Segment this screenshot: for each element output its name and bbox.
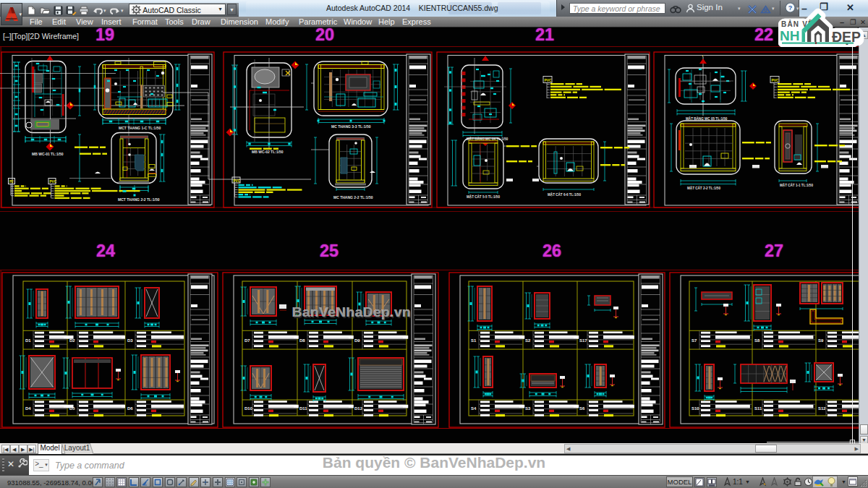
svg-text:D4: D4 <box>25 406 31 410</box>
svg-text:MẶT CẮT 1-1 TL:1/50: MẶT CẮT 1-1 TL:1/50 <box>780 182 813 187</box>
svg-text:S10: S10 <box>692 406 699 410</box>
svg-text:S11: S11 <box>754 406 762 410</box>
svg-text:S17: S17 <box>579 338 587 342</box>
svg-text:NH: NH <box>780 28 799 43</box>
svg-text:MB WC-02 TL:1/50: MB WC-02 TL:1/50 <box>252 149 284 153</box>
svg-text:S6: S6 <box>579 406 585 410</box>
svg-text:MCT THANG 1-C TL:1/50: MCT THANG 1-C TL:1/50 <box>119 126 161 130</box>
svg-text:MẶT CẮT 2-2 TL:1/50: MẶT CẮT 2-2 TL:1/50 <box>687 185 720 190</box>
svg-text:MC THANG 2-2 TL:1/50: MC THANG 2-2 TL:1/50 <box>333 195 373 200</box>
svg-text:D12: D12 <box>354 406 363 410</box>
svg-text:MC THANG 3-3 TL:1/50: MC THANG 3-3 TL:1/50 <box>331 124 371 129</box>
svg-text:D8: D8 <box>299 338 305 342</box>
svg-text:PVC: PVC <box>772 78 779 82</box>
svg-text:S2: S2 <box>525 338 531 342</box>
svg-text:S9: S9 <box>818 338 824 342</box>
svg-text:D9: D9 <box>354 338 360 342</box>
svg-text:MẶT CẮT 6-6 TL:1/50: MẶT CẮT 6-6 TL:1/50 <box>548 191 581 196</box>
svg-text:P2: P2 <box>9 180 14 184</box>
svg-text:D6: D6 <box>127 406 133 410</box>
svg-text:MẶT CẮT 5-5 TL:1/50: MẶT CẮT 5-5 TL:1/50 <box>467 194 500 199</box>
svg-text:MCT THANG 2-2 TL:1/50: MCT THANG 2-2 TL:1/50 <box>118 197 160 202</box>
svg-text:MẶT BẰNG WC 05 TL:1/50: MẶT BẰNG WC 05 TL:1/50 <box>686 115 728 120</box>
svg-text:S3: S3 <box>525 406 531 410</box>
svg-text:S8: S8 <box>754 338 760 342</box>
svg-text:D11: D11 <box>299 406 307 410</box>
svg-text:D7: D7 <box>244 338 250 342</box>
svg-text:S12: S12 <box>818 406 826 410</box>
svg-text:S7: S7 <box>692 338 697 342</box>
svg-text:D1: D1 <box>25 338 31 342</box>
svg-text:D5: D5 <box>69 406 75 410</box>
svg-text:D3: D3 <box>127 338 133 342</box>
svg-text:PVC: PVC <box>50 180 57 184</box>
svg-text:S1: S1 <box>471 338 477 342</box>
svg-text:MB WC-01 TL:1/50: MB WC-01 TL:1/50 <box>32 152 64 156</box>
svg-text:S4: S4 <box>471 406 477 410</box>
svg-text:PVC: PVC <box>545 78 552 82</box>
svg-text:PVC: PVC <box>234 179 241 182</box>
svg-text:D2: D2 <box>69 338 75 342</box>
svg-text:D10: D10 <box>244 406 253 410</box>
